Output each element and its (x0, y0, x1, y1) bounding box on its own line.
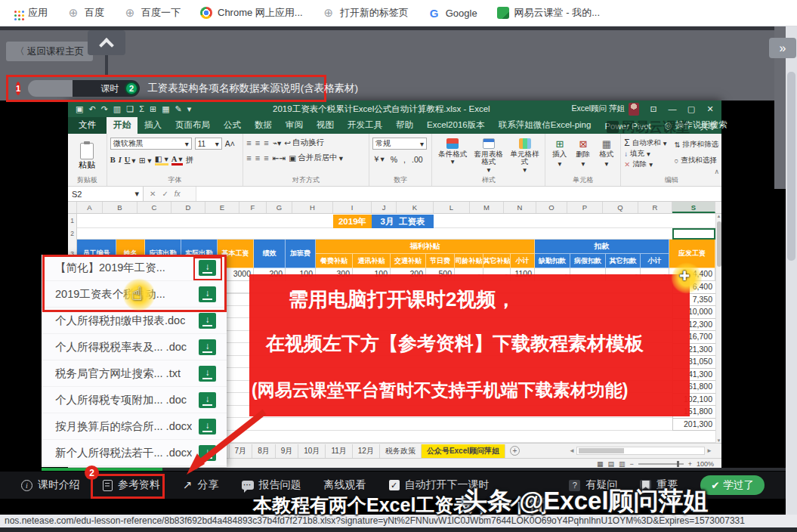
page-break-view-icon[interactable]: ▥ (619, 460, 626, 468)
sheet-tab-7月[interactable]: 7月 (230, 444, 253, 458)
bookmark-item[interactable]: GGoogle (428, 7, 477, 19)
clear-button[interactable]: ✕清除 ▾ (624, 159, 666, 169)
cancel-icon[interactable]: ✕ (150, 190, 156, 198)
borders-icon[interactable]: ⊞ ▾ (139, 156, 152, 165)
phonetic-icon[interactable]: 拼 (186, 155, 194, 165)
header-交通补贴[interactable]: 交通补贴 (391, 254, 426, 268)
download-icon[interactable]: ↓ (199, 366, 216, 382)
bookmark-item[interactable]: Chrome 网上应用... (200, 6, 303, 20)
column-header-O[interactable]: O (536, 202, 567, 213)
zoom-in-icon[interactable]: + (688, 460, 692, 468)
header-band-福利补贴[interactable]: 福利补贴 (316, 240, 535, 254)
horizontal-scrollbar-thumb[interactable] (579, 448, 624, 453)
format-as-table-button[interactable]: 套用表格格式▾ (471, 138, 506, 174)
comma-icon[interactable]: , (403, 155, 406, 164)
merge-center-button[interactable]: ▣ 合并后居中 ▾ (289, 153, 343, 163)
delete-cells-button[interactable]: ⊠删除▾ (572, 138, 594, 168)
file-list-item[interactable]: 【简化】2019年工资...↓ (42, 255, 227, 281)
close-icon[interactable]: ✕ (702, 104, 718, 114)
video-progress-played[interactable] (42, 468, 162, 471)
ribbon-tab-11[interactable]: 联系萍姐微信Excel-ping (492, 117, 598, 134)
selected-cell-s2[interactable] (672, 228, 715, 240)
cell-styles-button[interactable]: 单元格样式▾ (508, 138, 542, 174)
zoom-slider-thumb[interactable] (677, 461, 679, 467)
file-list-item[interactable]: 新个人所得税法若干... .docx↓ (42, 440, 227, 466)
title-cell-year[interactable]: 2019年 (333, 215, 372, 228)
grow-font-icon[interactable]: A˄ (225, 139, 235, 148)
italic-icon[interactable]: I (119, 156, 122, 164)
vertical-scrollbar[interactable]: ▲▼ (715, 214, 721, 443)
preview-icon[interactable]: ▥ (113, 104, 121, 114)
download-icon[interactable]: ↓ (199, 313, 216, 329)
column-header-C[interactable]: C (137, 202, 171, 213)
ribbon-tab-6[interactable]: 审阅 (279, 117, 310, 134)
ribbon-tab-0[interactable]: 文件 (68, 117, 107, 134)
download-icon[interactable]: ↓ (199, 339, 216, 355)
salary-cell[interactable]: 201,300 (672, 419, 715, 431)
format-cells-button[interactable]: ▦格式▾ (595, 138, 617, 168)
new-doc-icon[interactable]: ❏ (126, 104, 134, 114)
column-header-L[interactable]: L (434, 202, 470, 213)
ribbon-tab-7[interactable]: 视图 (310, 117, 341, 134)
decimal-icon[interactable]: .00 (412, 155, 423, 164)
table-icon[interactable]: ▦ (162, 104, 169, 114)
lesson-toggle[interactable]: 课时 2 (28, 80, 140, 97)
redo-icon[interactable]: ↷ (101, 104, 108, 114)
bookmark-item[interactable]: ⊕打开新的标签页 (323, 6, 409, 20)
sheet-tab-12月[interactable]: 12月 (353, 444, 380, 458)
lesson-info-button[interactable]: i课时介绍 (21, 478, 80, 492)
header-小计[interactable]: 小计 (511, 254, 535, 268)
header-其它补贴[interactable]: 其它补贴 (483, 254, 511, 268)
file-list-item[interactable]: 按月换算后的综合所... .docx↓ (42, 413, 227, 440)
zoom-out-icon[interactable]: − (629, 460, 633, 468)
sheet-tab-10月[interactable]: 10月 (298, 444, 326, 458)
new-sheet-icon[interactable]: + (510, 446, 520, 456)
brush-icon[interactable]: ✎ (175, 104, 182, 114)
back-to-course-button[interactable]: 〈 返回课程主页 (6, 42, 93, 61)
fill-button[interactable]: ↓填充 ▾ (624, 149, 666, 159)
scroll-right-icon[interactable]: ► (706, 447, 712, 454)
column-header-Q[interactable]: Q (603, 202, 638, 213)
align-top-icon[interactable]: ≡ ≡ ≡ (246, 138, 269, 147)
font-color-icon[interactable]: A ▾ (171, 154, 183, 165)
ribbon-tab-8[interactable]: 开发工具 (341, 117, 389, 134)
learned-button[interactable]: ✔学过了 (700, 475, 765, 495)
find-select-button[interactable]: ○查找和选择 (675, 156, 718, 165)
header-其它扣款[interactable]: 其它扣款 (606, 254, 641, 268)
row-header-2[interactable]: 2 (68, 228, 76, 240)
file-list-item[interactable]: 个人所得税扣缴申报表.doc↓ (42, 308, 227, 334)
column-header-S[interactable]: S (672, 202, 715, 213)
header-绩效[interactable]: 绩效 (254, 240, 286, 268)
bookmark-item[interactable]: ⊕百度 (67, 6, 104, 20)
file-list-item[interactable]: 个人所得税税率表及... .doc↓ (42, 334, 227, 360)
number-format-select[interactable]: 常规▾ (372, 138, 427, 150)
column-header-P[interactable]: P (567, 202, 603, 213)
sheet-tab-公众号Excel顾问萍姐[interactable]: 公众号Excel顾问萍姐 (422, 444, 505, 458)
orientation-icon[interactable]: ⌁▾ (273, 138, 282, 147)
minimize-icon[interactable]: — (664, 104, 681, 114)
column-header-J[interactable]: J (372, 202, 397, 213)
header-节日费[interactable]: 节日费 (426, 254, 455, 268)
name-box-dropdown-icon[interactable]: ▾ (134, 189, 139, 199)
ribbon-tab-9[interactable]: 帮助 (389, 117, 420, 134)
header-通讯补贴[interactable]: 通讯补贴 (353, 254, 391, 268)
zoom-level[interactable]: 100% (697, 460, 714, 468)
bold-icon[interactable]: B (110, 156, 116, 164)
grid-corner[interactable] (68, 202, 77, 213)
accounting-format-icon[interactable]: ￥▾ (372, 154, 385, 165)
collapse-up-button[interactable] (88, 30, 125, 55)
insert-cells-button[interactable]: ⊞插入▾ (548, 138, 570, 168)
page-layout-view-icon[interactable]: ▤ (607, 460, 614, 468)
report-problem-button[interactable]: ···报告问题 (242, 478, 301, 492)
autosum-button[interactable]: Σ自动求和 ▾ (624, 138, 666, 148)
column-header-R[interactable]: R (638, 202, 672, 213)
save-icon[interactable]: ▣ (76, 104, 83, 114)
enter-icon[interactable]: ✓ (162, 190, 168, 198)
download-icon[interactable]: ↓ (199, 260, 216, 276)
percent-icon[interactable]: % (391, 155, 397, 164)
expand-panel-button[interactable]: » (769, 38, 796, 58)
autosum-icon[interactable]: Σ (139, 104, 144, 113)
file-list-item[interactable]: 个人所得税专项附加... .doc↓ (42, 387, 227, 413)
sheet-tab-税务政策[interactable]: 税务政策 (380, 444, 422, 458)
borders-icon[interactable]: ⊞ (150, 104, 156, 114)
